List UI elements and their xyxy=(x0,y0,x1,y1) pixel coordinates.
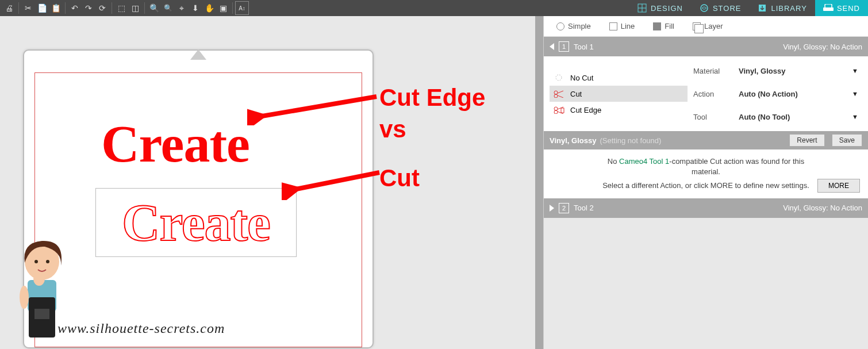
zoom-selection-icon[interactable]: ⌖ xyxy=(175,1,189,15)
subtab-fill-label: Fill xyxy=(665,22,674,30)
subtab-simple-label: Simple xyxy=(568,22,591,30)
svg-point-18 xyxy=(554,91,558,94)
subtab-fill[interactable]: Fill xyxy=(644,16,683,37)
fit-page-icon[interactable]: ▣ xyxy=(216,1,230,15)
square-fill-icon xyxy=(653,22,661,30)
tool-dropdown[interactable]: Auto (No Tool)▼ xyxy=(735,109,862,124)
cut-options-list: No Cut Cut Cut Edge xyxy=(550,70,688,118)
tool1-status-prefix: Vinyl, Glossy: xyxy=(783,43,830,51)
tool1-title: Tool 1 xyxy=(574,43,594,51)
info-message: No Cameo4 Tool 1-compatible Cut action w… xyxy=(544,149,868,198)
msg-part1: No xyxy=(608,157,619,166)
cut-border: Create Create xyxy=(34,72,362,347)
deselect-icon[interactable]: ◫ xyxy=(128,1,142,15)
zoom-fit-icon[interactable]: ⬇ xyxy=(189,1,202,15)
tool1-body: No Cut Cut Cut Edge Material Vinyl, Glos… xyxy=(544,56,868,131)
option-no-cut-label: No Cut xyxy=(570,74,593,82)
tool2-status: Vinyl, Glossy: No Action xyxy=(783,204,862,212)
subtab-line[interactable]: Line xyxy=(600,16,644,37)
tab-design[interactable]: DESIGN xyxy=(629,0,691,16)
tool1-header[interactable]: 1 Tool 1 Vinyl, Glossy: No Action xyxy=(544,37,868,56)
annotation-cutedge: Cut Edge xyxy=(379,82,485,114)
settings-name: Vinyl, Glossy xyxy=(550,136,596,145)
material-dropdown[interactable]: Vinyl, Glossy▼ xyxy=(735,63,862,78)
tab-store-label: STORE xyxy=(713,4,742,13)
design-element-cut-selection[interactable]: Create xyxy=(95,188,297,257)
subtab-simple[interactable]: Simple xyxy=(547,16,600,37)
canvas-area[interactable]: Create Create Cut Edge vs Cut xyxy=(0,16,535,349)
square-outline-icon xyxy=(609,22,617,30)
zoom-out-icon[interactable]: 🔍 xyxy=(161,1,175,15)
msg-link: Cameo4 Tool 1 xyxy=(619,157,669,166)
send-panel: Simple Line Fill Layer 1 Tool 1 Vinyl, G… xyxy=(543,16,868,349)
preferences-icon[interactable]: A↕ xyxy=(235,1,249,15)
chevron-down-icon: ▼ xyxy=(852,113,858,120)
panel-divider[interactable] xyxy=(535,16,543,349)
settings-note: (Setting not found) xyxy=(600,136,661,145)
material-label: Material xyxy=(693,67,735,75)
pan-icon[interactable]: ✋ xyxy=(202,1,216,15)
svg-point-21 xyxy=(554,110,558,114)
tab-store[interactable]: STORE xyxy=(691,0,750,16)
option-cut-edge[interactable]: Cut Edge xyxy=(550,102,688,118)
tab-library-label: LIBRARY xyxy=(771,4,806,13)
svg-point-20 xyxy=(554,107,558,110)
select-all-icon[interactable]: ⬚ xyxy=(114,1,128,15)
tab-send[interactable]: SEND xyxy=(815,0,868,16)
cut-icon xyxy=(553,89,564,98)
grid-icon xyxy=(637,3,647,13)
annotation-text-top: Cut Edge vs xyxy=(379,82,485,145)
paste-icon[interactable]: 📋 xyxy=(49,1,63,15)
tool2-title: Tool 2 xyxy=(574,204,594,212)
tool-number-2: 2 xyxy=(559,203,569,213)
undo-icon[interactable]: ↶ xyxy=(68,1,82,15)
svg-point-16 xyxy=(33,272,45,286)
tab-send-label: SEND xyxy=(837,4,860,13)
tool1-status: Vinyl, Glossy: No Action xyxy=(783,43,862,51)
design-element-cutedge[interactable]: Create xyxy=(101,113,249,174)
svg-rect-6 xyxy=(825,4,832,8)
chevron-down-icon: ▼ xyxy=(852,67,858,74)
msg-line2: Select a different Action, or click MORE… xyxy=(553,181,859,191)
annotation-text-bottom: Cut xyxy=(379,163,420,194)
material-value: Vinyl, Glossy xyxy=(739,67,785,75)
tab-library[interactable]: LIBRARY xyxy=(749,0,815,16)
tool2-header[interactable]: 2 Tool 2 Vinyl, Glossy: No Action xyxy=(544,198,868,218)
option-no-cut[interactable]: No Cut xyxy=(550,70,688,86)
option-cut[interactable]: Cut xyxy=(550,86,688,102)
tool-number-1: 1 xyxy=(559,41,569,52)
tool-value: Auto (No Tool) xyxy=(739,113,790,121)
more-button[interactable]: MORE xyxy=(817,179,860,193)
prop-tool: Tool Auto (No Tool)▼ xyxy=(693,109,862,124)
tool-label: Tool xyxy=(693,113,735,121)
action-dropdown[interactable]: Auto (No Action)▼ xyxy=(735,86,862,101)
redo-icon[interactable]: ↷ xyxy=(82,1,95,15)
save-button[interactable]: Save xyxy=(832,134,862,147)
subtab-layer[interactable]: Layer xyxy=(683,16,732,37)
expand-right-icon xyxy=(550,205,554,212)
tool2-status-prefix: Vinyl, Glossy: xyxy=(783,204,830,212)
send-subtabs: Simple Line Fill Layer xyxy=(544,16,868,37)
refresh-icon[interactable]: ⟳ xyxy=(95,1,109,15)
prop-action: Action Auto (No Action)▼ xyxy=(693,86,862,101)
tab-design-label: DESIGN xyxy=(651,4,683,13)
annotation-cut: Cut xyxy=(379,163,420,194)
cutting-mat: Create Create xyxy=(23,49,374,348)
mat-load-arrow-icon xyxy=(190,49,206,60)
cut-tool-icon[interactable]: ✂ xyxy=(21,1,35,15)
download-icon xyxy=(757,3,767,13)
chevron-down-icon: ▼ xyxy=(852,90,858,97)
zoom-in-icon[interactable]: 🔍 xyxy=(147,1,161,15)
print-icon[interactable]: 🖨 xyxy=(2,1,16,15)
tool1-status-action: No Action xyxy=(830,43,862,51)
send-icon xyxy=(823,3,834,13)
option-cut-label: Cut xyxy=(570,90,582,98)
no-cut-icon xyxy=(553,73,564,82)
svg-point-19 xyxy=(554,94,558,98)
copy-icon[interactable]: 📄 xyxy=(35,1,49,15)
annotation-vs: vs xyxy=(379,114,485,145)
option-cut-edge-label: Cut Edge xyxy=(570,106,601,114)
revert-button[interactable]: Revert xyxy=(789,134,824,147)
action-label: Action xyxy=(693,90,735,98)
msg-part2: -compatible Cut action was found for thi… xyxy=(669,157,804,176)
